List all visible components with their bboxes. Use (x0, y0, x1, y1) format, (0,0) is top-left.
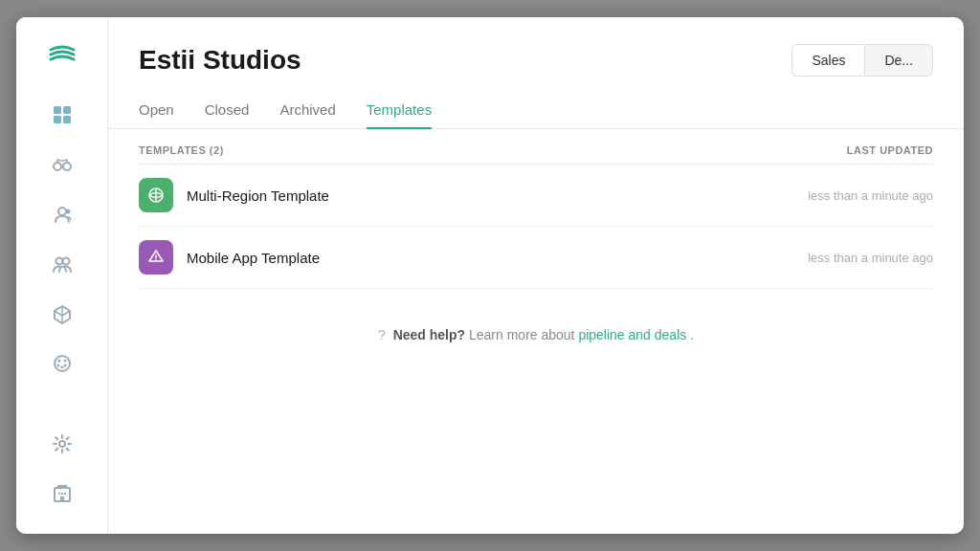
page-title: Estii Studios (139, 45, 301, 76)
settings-icon[interactable] (41, 423, 83, 465)
table-header: TEMPLATES (2) LAST UPDATED (139, 129, 933, 165)
svg-rect-2 (54, 116, 61, 123)
svg-rect-19 (61, 493, 63, 495)
svg-rect-20 (64, 493, 66, 495)
svg-point-4 (54, 163, 61, 170)
logo[interactable] (45, 36, 79, 71)
svg-rect-21 (60, 496, 64, 501)
template-time-1: less than a minute ago (808, 188, 933, 203)
svg-point-25 (155, 259, 157, 261)
binoculars-icon[interactable] (41, 143, 83, 186)
sidebar (16, 17, 108, 534)
palette-icon[interactable] (41, 342, 83, 385)
svg-rect-18 (58, 493, 60, 495)
header: Estii Studios Sales De... (108, 17, 964, 77)
svg-rect-1 (63, 106, 71, 114)
main-content: Estii Studios Sales De... Open Closed Ar… (108, 17, 964, 534)
svg-point-5 (63, 163, 71, 170)
cube-icon[interactable] (41, 293, 83, 335)
help-section: ? Need help? Learn more about pipeline a… (139, 289, 933, 381)
last-updated-label: LAST UPDATED (847, 144, 933, 156)
svg-point-12 (63, 360, 66, 363)
help-prefix: Need help? (393, 327, 465, 342)
second-button[interactable]: De... (864, 44, 933, 77)
tabs-bar: Open Closed Archived Templates (108, 92, 964, 129)
template-name-1: Multi-Region Template (187, 187, 329, 204)
svg-point-14 (63, 364, 66, 367)
contacts-icon[interactable] (41, 193, 83, 235)
app-window: Estii Studios Sales De... Open Closed Ar… (16, 17, 964, 534)
template-left: Multi-Region Template (139, 178, 329, 212)
template-time-2: less than a minute ago (808, 251, 933, 265)
help-link[interactable]: pipeline and deals (578, 327, 686, 342)
svg-rect-3 (63, 116, 71, 123)
building-icon[interactable] (41, 473, 83, 515)
template-left-2: Mobile App Template (139, 240, 320, 275)
svg-point-7 (65, 209, 70, 214)
tab-closed[interactable]: Closed (205, 92, 250, 129)
svg-point-8 (56, 258, 62, 265)
sidebar-bottom (41, 423, 83, 515)
svg-point-10 (55, 356, 70, 371)
sales-button[interactable]: Sales (791, 44, 864, 77)
svg-point-15 (60, 366, 63, 369)
svg-point-9 (62, 258, 69, 265)
content-area: TEMPLATES (2) LAST UPDATED Multi-Region … (108, 129, 964, 534)
help-middle: Learn more about (469, 327, 578, 342)
template-row[interactable]: Mobile App Template less than a minute a… (139, 227, 933, 289)
svg-point-16 (59, 441, 65, 447)
svg-rect-0 (54, 106, 61, 114)
svg-point-13 (56, 364, 59, 367)
tab-open[interactable]: Open (139, 92, 174, 129)
team-icon[interactable] (41, 243, 83, 285)
header-buttons: Sales De... (791, 44, 933, 77)
templates-count-label: TEMPLATES (2) (139, 144, 224, 156)
svg-point-11 (57, 360, 60, 363)
svg-point-6 (58, 208, 66, 215)
template-icon-green (139, 178, 173, 212)
help-suffix: . (690, 327, 694, 342)
grid-icon[interactable] (41, 94, 83, 136)
template-row[interactable]: Multi-Region Template less than a minute… (139, 165, 933, 227)
tab-templates[interactable]: Templates (367, 92, 432, 129)
template-name-2: Mobile App Template (187, 250, 320, 266)
template-icon-purple (139, 240, 173, 275)
tab-archived[interactable]: Archived (279, 92, 335, 129)
help-question-icon: ? (378, 327, 386, 342)
